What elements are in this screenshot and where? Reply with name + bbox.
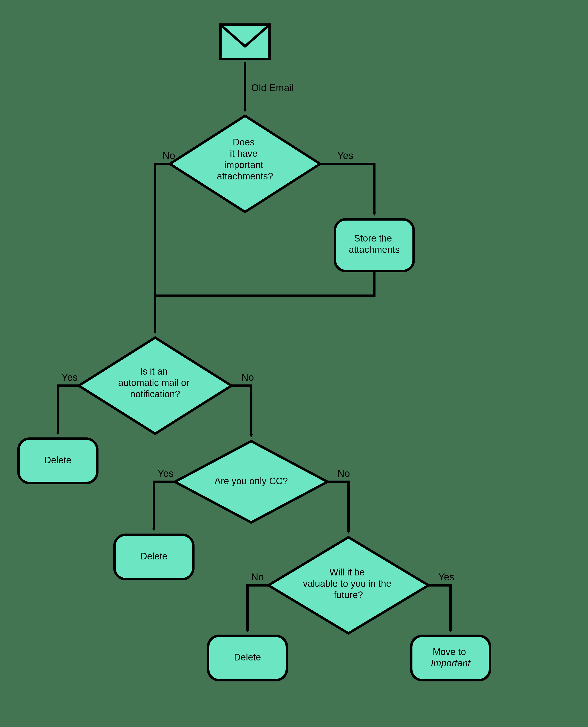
q2-line1: Is it an — [140, 366, 168, 377]
edge-q1-no: No — [155, 150, 175, 296]
edge-start-q1: Old Email — [245, 62, 294, 111]
process-delete-2: Delete — [114, 535, 193, 579]
edge-label-q2-yes: Yes — [62, 372, 78, 383]
del1-line1: Delete — [44, 455, 71, 465]
move-line1: Move to — [433, 647, 466, 657]
decision-attachments: Does it have important attachments? — [170, 116, 320, 212]
edge-label-old-email: Old Email — [251, 82, 294, 93]
edge-label-q3-no: No — [337, 468, 350, 479]
edge-q3-no: No — [328, 468, 350, 532]
q2-line2: automatic mail or — [118, 378, 190, 388]
q3-line1: Are you only CC? — [214, 476, 288, 486]
process-delete-1: Delete — [19, 439, 97, 483]
store-line2: attachments — [349, 244, 400, 255]
q4-line3: future? — [334, 590, 363, 600]
del2-line1: Delete — [140, 551, 167, 561]
edge-label-q3-yes: Yes — [158, 468, 174, 479]
decision-cc: Are you only CC? — [175, 441, 328, 522]
q1-line3: important — [224, 160, 264, 170]
decision-automatic: Is it an automatic mail or notification? — [79, 338, 231, 434]
decision-valuable: Will it be valuable to you in the future… — [268, 537, 428, 633]
edge-label-q4-no: No — [251, 571, 264, 582]
edge-q4-no: No — [248, 571, 268, 631]
move-line2: Important — [431, 658, 471, 668]
store-line1: Store the — [354, 233, 392, 243]
edge-q2-no: No — [231, 372, 254, 436]
edge-q1-yes: Yes — [320, 150, 374, 215]
q1-line1: Does — [233, 137, 255, 147]
del3-line1: Delete — [234, 652, 261, 662]
process-delete-3: Delete — [208, 636, 287, 680]
edge-label-q1-no: No — [163, 150, 175, 161]
edge-q3-yes: Yes — [154, 468, 175, 530]
q2-line3: notification? — [130, 389, 180, 399]
edge-q2-yes: Yes — [58, 372, 79, 434]
mail-icon — [220, 25, 270, 59]
process-move-important: Move to Important — [411, 636, 490, 680]
edge-q4-yes: Yes — [428, 571, 454, 631]
q1-line2: it have — [230, 148, 257, 159]
edge-label-q4-yes: Yes — [438, 571, 454, 582]
process-store-attachments: Store the attachments — [335, 219, 414, 271]
q1-line4: attachments? — [217, 171, 273, 181]
edge-label-q2-no: No — [241, 372, 254, 383]
q4-line2: valuable to you in the — [303, 579, 391, 589]
edge-label-q1-yes: Yes — [337, 150, 353, 161]
email-flowchart: Old Email Does it have important attachm… — [0, 0, 588, 727]
q4-line1: Will it be — [330, 567, 365, 578]
